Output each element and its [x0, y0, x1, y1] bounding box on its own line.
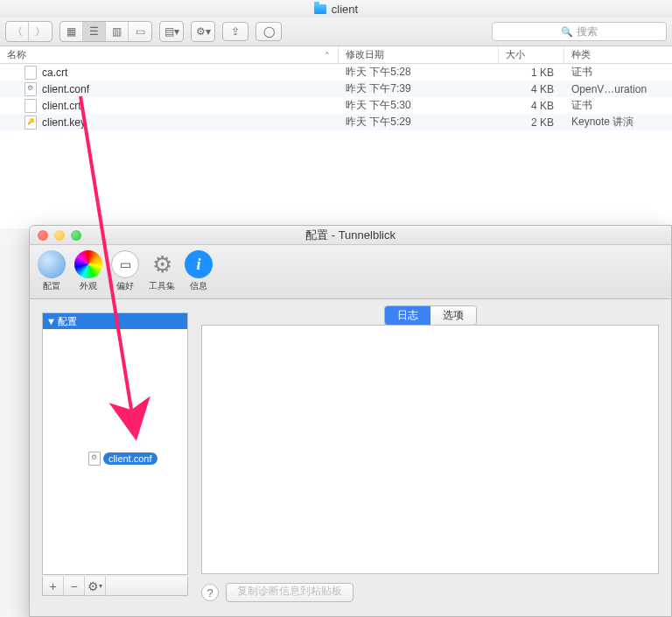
toolbar-appearance[interactable]: 外观: [72, 250, 105, 292]
config-sidebar: ▼ 配置 client.conf: [42, 312, 188, 575]
sidebar-footer: + − ⚙▾: [42, 577, 188, 596]
file-icon: [24, 66, 37, 80]
view-list-button[interactable]: ☰: [83, 22, 106, 41]
file-kind: 证书: [564, 98, 672, 113]
conf-file-icon: [24, 82, 37, 96]
info-icon: i: [185, 250, 213, 278]
table-row[interactable]: client.crt 昨天 下午5:30 4 KB 证书: [0, 97, 672, 114]
finder-title-text: client: [332, 3, 358, 16]
color-wheel-icon: [74, 250, 102, 278]
share-button[interactable]: ⇪: [222, 22, 248, 41]
search-icon: 🔍: [561, 26, 573, 38]
disclosure-triangle-icon: ▼: [46, 316, 56, 326]
tab-options[interactable]: 选项: [430, 306, 476, 325]
file-kind: 证书: [564, 65, 672, 80]
file-name: client.crt: [42, 100, 81, 112]
finder-file-list: ca.crt 昨天 下午5:28 1 KB 证书 client.conf 昨天 …: [0, 64, 672, 228]
arrange-button[interactable]: ▤▾: [160, 22, 183, 41]
table-row[interactable]: ca.crt 昨天 下午5:28 1 KB 证书: [0, 64, 672, 81]
file-modified: 昨天 下午7:39: [339, 81, 499, 96]
file-size: 4 KB: [499, 83, 564, 95]
sort-ascending-icon: ⌃: [324, 51, 331, 60]
table-row[interactable]: client.key 昨天 下午5:29 2 KB Keynote 讲演: [0, 114, 672, 130]
action-button[interactable]: ⚙▾: [192, 22, 214, 41]
view-icons-button[interactable]: ▦: [60, 22, 83, 41]
sidebar-header-label: 配置: [58, 315, 77, 328]
view-gallery-button[interactable]: ▭: [129, 22, 151, 41]
file-icon: [24, 99, 37, 113]
action-group: ⚙▾: [191, 21, 215, 42]
file-modified: 昨天 下午5:28: [339, 65, 499, 80]
bottom-bar: ? 复制诊断信息到粘贴板: [201, 581, 659, 604]
key-file-icon: [24, 116, 37, 130]
file-size: 4 KB: [499, 100, 564, 112]
nav-forward-button[interactable]: 〉: [29, 22, 52, 41]
remove-config-button[interactable]: −: [64, 577, 85, 596]
tags-button[interactable]: ◯: [256, 22, 282, 41]
add-config-button[interactable]: +: [43, 577, 64, 596]
file-kind: OpenV…uration: [564, 83, 672, 95]
arrange-group: ▤▾: [159, 21, 184, 42]
config-gear-button[interactable]: ⚙▾: [85, 577, 106, 596]
search-input[interactable]: 🔍 搜索: [492, 22, 667, 41]
copy-diagnostics-button[interactable]: 复制诊断信息到粘贴板: [226, 583, 354, 602]
table-row[interactable]: client.conf 昨天 下午7:39 4 KB OpenV…uration: [0, 81, 672, 97]
gear-icon: ⚙: [148, 250, 176, 278]
col-size[interactable]: 大小: [499, 46, 564, 63]
file-size: 2 KB: [499, 116, 564, 129]
finder-titlebar: client: [0, 0, 672, 18]
toolbar-toolkit[interactable]: ⚙工具集: [145, 250, 178, 292]
dragged-file-label: client.conf: [103, 452, 158, 465]
finder-column-headers: 名称 ⌃ 修改日期 大小 种类: [0, 46, 672, 64]
toolbar-pref[interactable]: ▭偏好: [108, 250, 142, 292]
tab-log[interactable]: 日志: [385, 306, 430, 325]
pref-icon: ▭: [111, 250, 139, 278]
view-group: ▦ ☰ ▥ ▭: [60, 21, 152, 42]
globe-icon: [38, 250, 66, 278]
toolbar-info[interactable]: i信息: [182, 250, 215, 292]
tblk-titlebar[interactable]: 配置 - Tunnelblick: [30, 226, 671, 245]
nav-group: 〈 〉: [5, 21, 52, 42]
finder-toolbar: 〈 〉 ▦ ☰ ▥ ▭ ▤▾ ⚙▾ ⇪ ◯ 🔍 搜索: [0, 18, 672, 46]
file-name: client.key: [42, 116, 86, 129]
file-kind: Keynote 讲演: [564, 115, 672, 130]
col-modified[interactable]: 修改日期: [339, 46, 499, 63]
tblk-toolbar: 配置 外观 ▭偏好 ⚙工具集 i信息: [30, 245, 671, 299]
file-modified: 昨天 下午5:29: [339, 115, 499, 130]
log-textarea[interactable]: [201, 325, 659, 574]
search-placeholder: 搜索: [577, 25, 598, 39]
view-columns-button[interactable]: ▥: [106, 22, 129, 41]
main-panel: 日志 选项: [201, 312, 659, 574]
tblk-title-text: 配置 - Tunnelblick: [30, 228, 671, 243]
file-name: client.conf: [42, 83, 89, 95]
file-size: 1 KB: [499, 67, 564, 79]
folder-icon: [314, 4, 326, 14]
help-button[interactable]: ?: [201, 584, 219, 601]
tunnelblick-window: 配置 - Tunnelblick 配置 外观 ▭偏好 ⚙工具集 i信息 ▼ 配置…: [29, 225, 672, 617]
sidebar-drop-area[interactable]: client.conf: [43, 329, 187, 576]
col-name[interactable]: 名称 ⌃: [0, 46, 339, 63]
file-name: ca.crt: [42, 67, 67, 79]
toolbar-config[interactable]: 配置: [35, 250, 68, 292]
conf-file-icon: [88, 452, 101, 466]
tab-segment: 日志 选项: [384, 305, 477, 326]
sidebar-header[interactable]: ▼ 配置: [43, 313, 187, 329]
file-modified: 昨天 下午5:30: [339, 98, 499, 113]
dragged-file[interactable]: client.conf: [88, 452, 158, 466]
col-kind[interactable]: 种类: [564, 46, 672, 63]
nav-back-button[interactable]: 〈: [6, 22, 29, 41]
